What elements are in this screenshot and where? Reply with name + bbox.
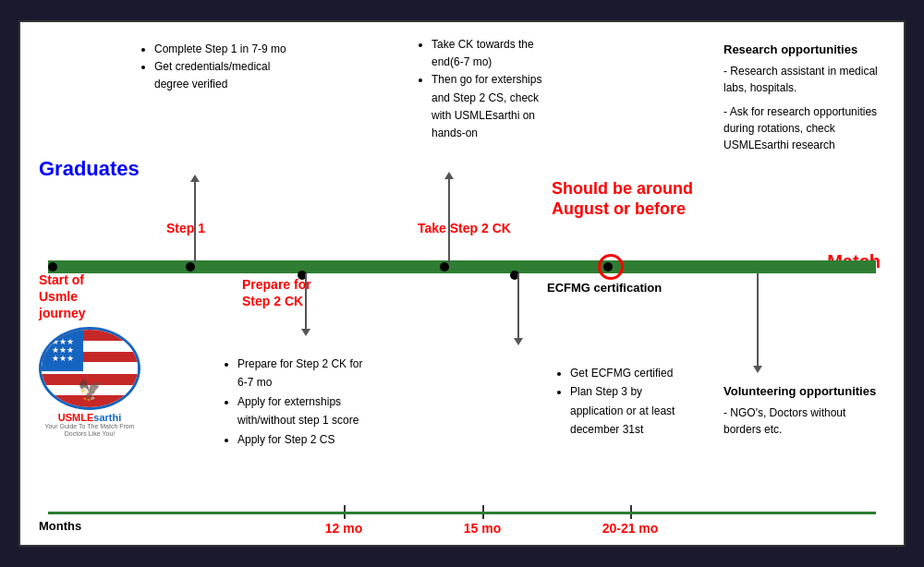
take-step2-label: Take Step 2 CK (418, 221, 511, 235)
ecfmg-label: ECFMG certification (547, 281, 662, 295)
research-section: Research opportunities - Research assist… (723, 41, 885, 153)
ecfmg-arrow-down (514, 273, 523, 345)
step1-arrow-up (190, 175, 200, 263)
arrow-head (444, 172, 454, 179)
should-be-line1: Should be around (552, 179, 693, 199)
bullet-item: Take CK towards theend(6-7 mo) (432, 36, 602, 71)
arrow-head (753, 366, 762, 373)
bullet-item: Apply for externshipswith/without step 1… (237, 392, 362, 430)
bullet-item: Get ECFMG certified (570, 364, 675, 382)
bullet-item: Prepare for Step 2 CK for6-7 mo (237, 355, 362, 392)
research-line2: - Ask for research opportunities during … (723, 103, 885, 153)
arrow-line (517, 273, 519, 338)
months-label: Months (39, 519, 81, 533)
arrow-line (194, 182, 196, 263)
bullets-top-left: Complete Step 1 in 7-9 mo Get credential… (140, 41, 286, 94)
label-12mo: 12 mo (325, 521, 362, 536)
slide: Graduates Step 1 Take Step 2 C (18, 20, 906, 547)
logo-area: ★★★★★★★★★ 🦅 USMLEsarthi Your Guide To Th… (39, 327, 159, 428)
volunteering-title: Volunteering opportunities (723, 382, 885, 401)
arrow-head (301, 329, 310, 336)
bullet-item: Get credentials/medicaldegree verified (154, 58, 286, 93)
arrow-line (305, 273, 307, 329)
logo-tagline: Your Guide To The Match From Doctors Lik… (39, 423, 140, 437)
prepare-arrow-down (301, 273, 310, 336)
should-be-line2: August or before (552, 199, 693, 220)
bullets-bottom-ecfmg: Get ECFMG certified Plan Step 3 byapplic… (556, 364, 675, 440)
bullet-item: Then go for extershipsand Step 2 CS, che… (432, 71, 602, 142)
bullets-bottom-prepare: Prepare for Step 2 CK for6-7 mo Apply fo… (224, 355, 362, 449)
timeline-bottom-bar (48, 512, 876, 514)
node-take-step2 (440, 262, 449, 271)
node-start (48, 262, 57, 271)
arrow-line (757, 273, 759, 366)
arrow-line (448, 179, 450, 263)
bullet-item: Apply for Step 2 CS (237, 430, 362, 449)
take-step2-arrow-up (444, 172, 454, 263)
node-step1 (186, 262, 195, 271)
start-label: Start of Usmle journey (39, 271, 86, 322)
label-20mo: 20-21 mo (602, 521, 659, 536)
volunteering-line1: - NGO's, Doctors without borders etc. (723, 404, 885, 438)
timeline-bar (48, 260, 876, 273)
bullet-item: Plan Step 3 byapplication or at leastdec… (570, 382, 675, 439)
research-title: Research opportunities (723, 41, 885, 59)
arrow-head (514, 338, 523, 345)
research-line1: - Research assistant in medical labs, ho… (723, 63, 885, 96)
volunteering-section: Volunteering opportunities - NGO's, Doct… (723, 382, 885, 438)
volunteering-arrow-down (753, 273, 762, 373)
bullets-top-center: Take CK towards theend(6-7 mo) Then go f… (418, 36, 602, 142)
timeline-title: Graduates (39, 156, 140, 183)
logo-circle: ★★★★★★★★★ 🦅 (39, 327, 140, 410)
label-15mo: 15 mo (464, 521, 501, 536)
should-be-label: Should be around August or before (552, 179, 693, 219)
node-match (603, 262, 613, 271)
arrow-head (190, 175, 200, 182)
bullet-item: Complete Step 1 in 7-9 mo (154, 41, 286, 58)
logo-text: USMLEsarthi (39, 412, 140, 423)
title-line2: Graduates (39, 156, 140, 183)
